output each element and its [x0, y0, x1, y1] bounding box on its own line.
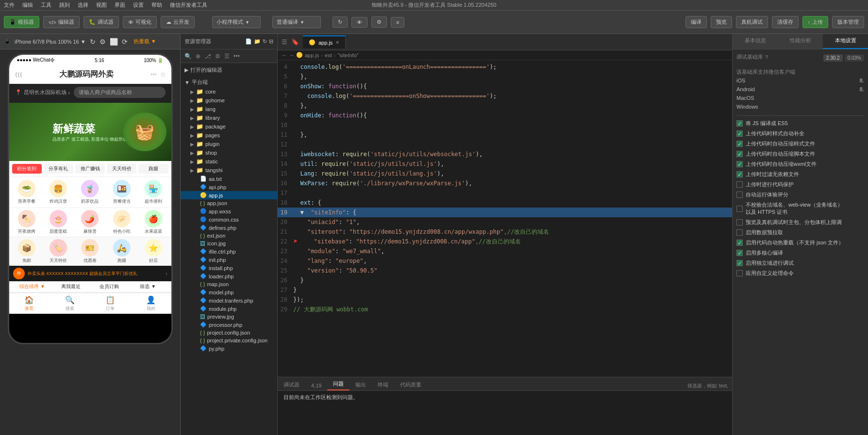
- file-map-json[interactable]: { } map.json: [181, 280, 277, 288]
- file-install-php[interactable]: 🔷 install.php: [181, 264, 277, 272]
- folder-tangshi[interactable]: ▶ 📁 tangshi: [181, 166, 277, 175]
- quick-btn-promote[interactable]: 推广赚钱: [75, 164, 105, 174]
- right-tab-local-settings[interactable]: 本地设置: [823, 34, 868, 49]
- phone-settings-icon[interactable]: ⚙: [100, 38, 106, 46]
- settings2-btn[interactable]: ⚙: [371, 16, 387, 28]
- checkbox-hot-reload-control[interactable]: ✓: [736, 240, 743, 246]
- category-snacks[interactable]: 🥟 特色小吃: [107, 210, 136, 235]
- sort-comprehensive[interactable]: 综合排序 ▼: [13, 283, 52, 290]
- editor-menu-icon[interactable]: ☰: [282, 38, 287, 46]
- file-project-config-json[interactable]: { } project.config.json: [181, 329, 277, 337]
- category-fruits[interactable]: 🍎 水果蔬菜: [138, 210, 168, 235]
- file-icon-search2[interactable]: ⊕: [196, 53, 200, 60]
- category-cake[interactable]: 🎂 甜蜜蛋糕: [44, 210, 73, 235]
- wechat-back-icon[interactable]: ⟨⟨⟨: [15, 71, 22, 78]
- category-spicy[interactable]: 🌶️ 麻辣烫: [75, 210, 105, 235]
- eye-btn[interactable]: 👁: [351, 17, 367, 28]
- special-coupon[interactable]: 🎫 优惠卷: [75, 239, 105, 264]
- menu-tools[interactable]: 工具: [41, 1, 51, 9]
- tab-app-js[interactable]: 🟡 app.js ✕: [303, 35, 346, 48]
- platform-header[interactable]: ▼ 平台端: [181, 77, 277, 87]
- new-file-icon[interactable]: 📄: [245, 38, 252, 45]
- checkbox-isolated-domain-control[interactable]: ✓: [736, 260, 743, 266]
- checkbox-custom-handler-control[interactable]: [736, 270, 743, 276]
- category-breakfast[interactable]: 🥗 营养早餐: [12, 180, 42, 205]
- menu-select[interactable]: 选择: [78, 1, 88, 9]
- file-icon-settings3[interactable]: ⚙: [215, 53, 220, 60]
- quick-btn-share[interactable]: 分享有礼: [44, 164, 73, 174]
- debug-lib-version[interactable]: 2.30.2: [823, 54, 843, 62]
- checkbox-multi-core-control[interactable]: ✓: [736, 250, 743, 256]
- folder-shop[interactable]: ▶ 📁 shop: [181, 148, 277, 157]
- checkbox-es5-control[interactable]: ✓: [736, 120, 743, 127]
- more-btn[interactable]: ≡: [391, 17, 404, 28]
- search-bar[interactable]: 请输入商户或商品名称: [74, 87, 165, 98]
- special-daily-deal[interactable]: 🏷️ 天天特价: [44, 239, 73, 264]
- folder-gohome[interactable]: ▶ 📁 gohome: [181, 96, 277, 105]
- folder-lang[interactable]: ▶ 📁 lang: [181, 105, 277, 113]
- menu-wechat-dev[interactable]: 微信开发者工具: [170, 1, 207, 9]
- checkbox-no-verify-domain-control[interactable]: [736, 206, 743, 212]
- phone-rotate-icon[interactable]: ⟳: [122, 38, 128, 46]
- menu-interface[interactable]: 界面: [115, 1, 125, 9]
- quick-btn-special[interactable]: 天天特价: [107, 164, 136, 174]
- file-app-js[interactable]: 🟡 app.js: [181, 191, 277, 199]
- console-tab-terminal[interactable]: 终端: [372, 379, 394, 390]
- checkbox-style-autocomplete-control[interactable]: ✓: [736, 130, 743, 137]
- editor-btn[interactable]: </> 编辑器: [43, 16, 80, 28]
- compile-action-btn[interactable]: 编译: [685, 16, 707, 28]
- breadcrumb-back-icon[interactable]: ←: [282, 52, 287, 58]
- phone-reload-icon[interactable]: ↻: [90, 38, 96, 46]
- refresh-btn[interactable]: ↻: [333, 16, 348, 28]
- console-filter[interactable]: 筛选器，例如: text,: [684, 382, 732, 390]
- cloud-btn[interactable]: ☁ 云开发: [161, 16, 195, 28]
- category-fried-chicken[interactable]: 🍔 炸鸡汉堡: [44, 180, 73, 205]
- editor-bookmark-icon[interactable]: 🔖: [291, 38, 299, 46]
- nav-search[interactable]: 🔍 搜索: [50, 295, 90, 312]
- console-tab-quality[interactable]: 代码质量: [394, 379, 427, 390]
- console-tab-problems[interactable]: 问题: [327, 378, 350, 390]
- folder-core[interactable]: ▶ 📁 core: [181, 87, 277, 96]
- menu-help[interactable]: 帮助: [151, 1, 162, 9]
- file-icon-list[interactable]: ☰: [224, 53, 230, 60]
- sort-member[interactable]: 会员订购: [90, 283, 129, 290]
- upload-btn[interactable]: ↑ 上传: [802, 16, 829, 28]
- quick-btn-delivery[interactable]: 跑腿: [138, 164, 168, 174]
- version-btn[interactable]: 版本管理: [832, 16, 864, 28]
- checkbox-preview-size-limit-control[interactable]: [736, 219, 743, 226]
- special-free-shipping[interactable]: 📦 免邮: [12, 239, 42, 264]
- checkbox-compress-style-control[interactable]: ✓: [736, 141, 743, 147]
- folder-plugin[interactable]: ▶ 📁 plugin: [181, 140, 277, 148]
- checkbox-data-prefetch-control[interactable]: [736, 229, 743, 236]
- debug-lib-help-icon[interactable]: ?: [765, 54, 768, 60]
- folder-static[interactable]: ▶ 📁 static: [181, 157, 277, 166]
- checkbox-filter-no-dep-control[interactable]: ✓: [736, 171, 743, 177]
- mode-select[interactable]: 小程序模式 ▼: [212, 16, 261, 28]
- right-tab-basic[interactable]: 基本信息: [733, 34, 778, 49]
- file-loader-php[interactable]: 🔷 loader.php: [181, 272, 277, 280]
- checkbox-compress-script-control[interactable]: ✓: [736, 151, 743, 157]
- right-tab-performance[interactable]: 性能分析: [778, 34, 823, 49]
- preview-action-btn[interactable]: 预览: [711, 16, 732, 28]
- file-model-tranfers-php[interactable]: 🔷 model.tranfers.php: [181, 296, 277, 305]
- visual-btn[interactable]: 👁 可视化: [123, 16, 157, 28]
- category-drinks[interactable]: 🧋 奶茶饮品: [75, 180, 105, 205]
- file-aa-txt[interactable]: 📄 aa.txt: [181, 175, 277, 183]
- folder-pages[interactable]: ▶ 📁 pages: [181, 131, 277, 140]
- refresh-tree-icon[interactable]: ↻: [263, 38, 267, 45]
- file-init-php[interactable]: 🔷 init.php: [181, 256, 277, 264]
- menu-file[interactable]: 文件: [4, 1, 15, 9]
- checkbox-compress-wxml-control[interactable]: ✓: [736, 161, 743, 167]
- console-tab-debugger[interactable]: 调试器: [278, 379, 305, 390]
- location-bar[interactable]: 📍 昆明长水国际机场 ›: [15, 89, 70, 96]
- file-ext-json[interactable]: { } ext.json: [181, 232, 277, 240]
- nav-orders[interactable]: 📋 订单: [90, 295, 131, 312]
- category-bento[interactable]: 🍱 简餐便当: [107, 180, 136, 205]
- tab-close-btn[interactable]: ✕: [335, 40, 339, 45]
- file-icon-branch[interactable]: ⎇: [204, 53, 211, 60]
- nav-home[interactable]: 🏠 首页: [9, 295, 50, 312]
- file-preview-jpg[interactable]: 🖼 preview.jpg: [181, 313, 277, 321]
- file-icon-dots[interactable]: •••: [234, 53, 240, 60]
- sort-filter[interactable]: 筛选 ▼: [129, 283, 167, 290]
- special-good-store[interactable]: ⭐ 好店: [138, 239, 168, 264]
